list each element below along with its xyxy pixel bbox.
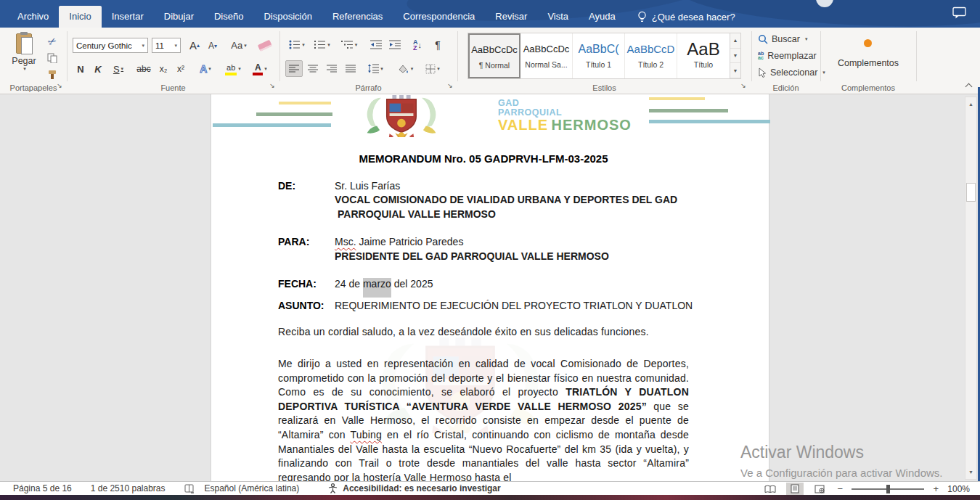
- gallery-up-button[interactable]: ▲: [730, 33, 740, 49]
- tab-referencias[interactable]: Referencias: [322, 6, 393, 28]
- web-layout-button[interactable]: [811, 483, 828, 495]
- grow-font-button[interactable]: A▴: [186, 36, 203, 54]
- format-painter-button[interactable]: [44, 67, 61, 83]
- print-layout-button[interactable]: [786, 483, 804, 495]
- zoom-out-button[interactable]: −: [836, 483, 844, 494]
- tab-disposicion[interactable]: Disposición: [253, 6, 322, 28]
- find-button[interactable]: Buscar▾: [758, 34, 807, 44]
- word-count[interactable]: 1 de 2510 palabras: [91, 483, 166, 493]
- tab-correspondencia[interactable]: Correspondencia: [393, 6, 485, 28]
- accessibility-status[interactable]: Accesibilidad: es necesario investigar: [343, 483, 500, 493]
- shrink-font-button[interactable]: A▾: [205, 38, 221, 54]
- bullets-button[interactable]: ▾: [285, 36, 309, 53]
- font-name-combo[interactable]: Century Gothic▾: [73, 38, 148, 53]
- increase-indent-button[interactable]: [386, 36, 404, 53]
- align-left-button[interactable]: [285, 60, 303, 77]
- chevron-down-icon[interactable]: ▾: [302, 42, 305, 48]
- style-titulo-2[interactable]: AaBbCcD Título 2: [625, 33, 677, 78]
- change-case-button[interactable]: Aa▾: [226, 37, 251, 54]
- page-indicator[interactable]: Página 5 de 16: [13, 483, 72, 493]
- style-normal[interactable]: AaBbCcDc ¶ Normal: [468, 33, 520, 78]
- tab-diseno[interactable]: Diseño: [204, 6, 253, 28]
- chevron-down-icon[interactable]: ▾: [805, 36, 808, 42]
- tab-revisar[interactable]: Revisar: [485, 6, 537, 28]
- paragraph-dialog-launcher[interactable]: ↘: [446, 82, 454, 91]
- font-dialog-launcher[interactable]: ↘: [268, 82, 277, 91]
- align-right-button[interactable]: [323, 60, 340, 77]
- style-titulo[interactable]: AaB Título: [677, 33, 730, 78]
- chevron-down-icon[interactable]: ▾: [121, 66, 124, 72]
- cut-button[interactable]: ✂: [44, 33, 61, 49]
- proofing-error-icon[interactable]: [184, 484, 195, 493]
- comments-icon[interactable]: [952, 7, 967, 20]
- document-page[interactable]: GAD PARROQUIAL VALLE HERMOSO MEMORANDUM …: [211, 94, 769, 482]
- strikethrough-button[interactable]: abc: [134, 61, 154, 77]
- chevron-down-icon[interactable]: ▾: [822, 70, 825, 75]
- chevron-down-icon[interactable]: ▾: [208, 66, 211, 72]
- addins-button[interactable]: Complementos: [828, 55, 909, 71]
- chevron-down-icon[interactable]: ▾: [139, 43, 144, 49]
- copy-button[interactable]: [44, 50, 61, 66]
- scrollbar-thumb[interactable]: [966, 183, 976, 202]
- chevron-down-icon[interactable]: ▾: [171, 43, 177, 49]
- line-spacing-button[interactable]: ▾: [364, 60, 387, 77]
- chevron-down-icon[interactable]: ▾: [355, 42, 358, 48]
- sort-button[interactable]: AZ↓: [408, 36, 427, 53]
- tab-ayuda[interactable]: Ayuda: [579, 6, 626, 28]
- chevron-down-icon[interactable]: ▾: [238, 66, 241, 72]
- gallery-down-button[interactable]: ▼: [730, 49, 740, 64]
- zoom-in-button[interactable]: +: [931, 483, 940, 494]
- tell-me-search[interactable]: ¿Qué desea hacer?: [637, 6, 735, 28]
- superscript-button[interactable]: x²: [173, 61, 189, 77]
- chevron-down-icon[interactable]: ▾: [411, 66, 414, 72]
- clipboard-dialog-launcher[interactable]: ↘: [55, 82, 64, 91]
- borders-button[interactable]: ▾: [420, 60, 445, 77]
- paste-button[interactable]: Pegar ▾: [6, 32, 42, 86]
- chevron-down-icon[interactable]: ▾: [264, 66, 267, 72]
- tab-vista[interactable]: Vista: [537, 6, 579, 28]
- style-titulo-1[interactable]: AaBbC( Título 1: [573, 33, 625, 78]
- chevron-down-icon[interactable]: ▾: [327, 42, 330, 48]
- header-line-yellow-right: [649, 97, 705, 100]
- text-effects-button[interactable]: A▾: [195, 61, 216, 77]
- vertical-scrollbar[interactable]: ▲ ▼: [965, 97, 977, 480]
- numbering-button[interactable]: ▾: [311, 36, 334, 53]
- increase-indent-icon: [389, 40, 401, 49]
- scroll-down-button[interactable]: ▼: [966, 467, 976, 478]
- shading-button[interactable]: ▾: [393, 60, 417, 77]
- chevron-down-icon[interactable]: ▾: [437, 66, 440, 72]
- bold-button[interactable]: N: [73, 61, 89, 77]
- tab-dibujar[interactable]: Dibujar: [154, 6, 204, 28]
- styles-dialog-launcher[interactable]: ↘: [739, 82, 748, 91]
- read-mode-button[interactable]: [761, 483, 779, 495]
- underline-button[interactable]: S▾: [107, 61, 129, 77]
- document-area[interactable]: GAD PARROQUIAL VALLE HERMOSO MEMORANDUM …: [0, 94, 980, 482]
- scroll-up-button[interactable]: ▲: [966, 99, 976, 110]
- paste-dropdown-arrow[interactable]: ▾: [7, 66, 42, 72]
- tab-insertar[interactable]: Insertar: [102, 6, 154, 28]
- multilevel-list-button[interactable]: ▾: [336, 36, 362, 53]
- font-size-combo[interactable]: 11▾: [152, 38, 181, 53]
- tab-archivo[interactable]: Archivo: [7, 6, 59, 28]
- italic-button[interactable]: K: [90, 61, 106, 77]
- collapse-ribbon-button[interactable]: [965, 82, 973, 89]
- align-center-button[interactable]: [304, 60, 322, 77]
- select-button[interactable]: Seleccionar▾: [758, 67, 825, 78]
- decrease-indent-button[interactable]: [367, 36, 385, 53]
- style-normal-sa[interactable]: AaBbCcDc Normal Sa...: [520, 33, 573, 78]
- gallery-expand-button[interactable]: ▼: [730, 63, 740, 78]
- accessibility-icon[interactable]: [328, 483, 338, 493]
- font-color-button[interactable]: A▾: [248, 61, 271, 77]
- highlight-button[interactable]: ab▾: [221, 61, 245, 77]
- justify-button[interactable]: [342, 60, 359, 77]
- subscript-button[interactable]: x₂: [155, 61, 171, 77]
- show-marks-button[interactable]: ¶: [430, 36, 446, 53]
- zoom-slider-thumb[interactable]: [886, 485, 890, 493]
- tab-inicio[interactable]: Inicio: [59, 6, 101, 28]
- chevron-down-icon[interactable]: ▾: [380, 66, 383, 72]
- zoom-slider[interactable]: [852, 488, 924, 490]
- replace-button[interactable]: abac Reemplazar: [758, 51, 817, 61]
- clear-formatting-button[interactable]: [256, 38, 274, 53]
- zoom-level[interactable]: 100%: [947, 484, 970, 494]
- language-indicator[interactable]: Español (América latina): [205, 483, 300, 493]
